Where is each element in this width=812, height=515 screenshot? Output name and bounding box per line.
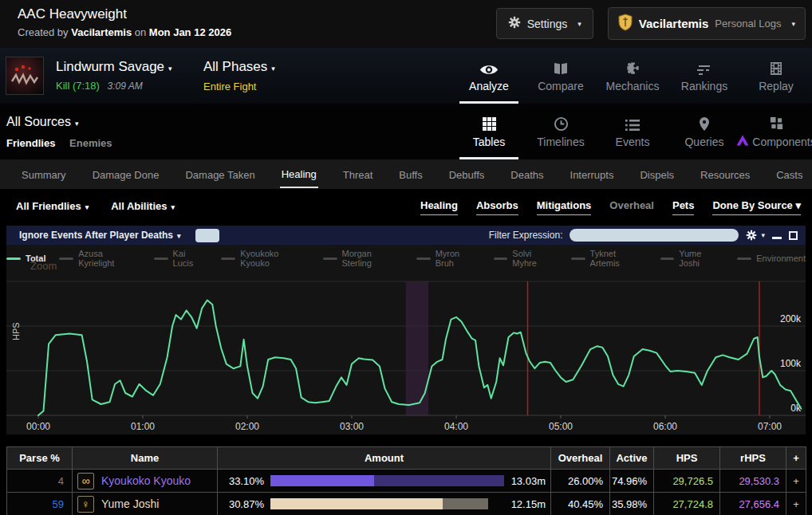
maximize-icon [789,231,798,240]
name-cell: ∞Kyoukoko Kyouko [73,470,218,493]
legend-item-tyknet-artemis[interactable]: Tyknet Artemis [571,249,647,268]
tab-compare[interactable]: Compare [525,48,597,104]
active-value: 35.98% [610,493,654,515]
metric-tab-damage-done[interactable]: Damage Done [91,162,161,187]
film-icon [770,60,782,76]
legend-item-azusa-kyrielight[interactable]: Azusa Kyrielight [59,249,140,268]
name-cell: ♀Yume Joshi [73,493,218,515]
metric-tab-debuffs[interactable]: Debuffs [447,162,487,187]
rhps-value: 27,656.4 [720,493,786,515]
amount-percent: 30.87% [218,498,264,510]
x-tick-label: 02:00 [235,421,259,432]
toggle-mitigations[interactable]: Mitigations [537,199,592,215]
tab-analyze[interactable]: Analyze [453,48,525,104]
friendlies-dropdown[interactable]: All Friendlies▾ [16,200,89,212]
metric-tab-interrupts[interactable]: Interrupts [569,162,616,187]
chevron-down-icon: ▾ [271,65,275,73]
x-tick-label: 04:00 [444,421,468,432]
metric-tab-buffs[interactable]: Buffs [397,162,424,187]
legend-dash-icon [571,258,585,260]
tab-tables[interactable]: Tables [453,104,525,159]
toggle-done-by-source[interactable]: Done By Source ▾ [712,199,801,215]
toggle-absorbs[interactable]: Absorbs [476,199,518,215]
friendlies-link[interactable]: Friendlies [6,137,55,149]
legend-item-yume-joshi[interactable]: Yume Joshi [660,249,724,268]
legend-dash-icon [154,258,168,260]
puzzle-icon [625,60,641,76]
report-subtitle: Created by Vacilartemis on Mon Jan 12 20… [18,26,231,38]
column-header-rhps[interactable]: rHPS [720,447,786,470]
table-row: 59♀Yume Joshi30.87%12.15m40.45%35.98%27,… [7,493,806,515]
legend-item-kai-lucis[interactable]: Kai Lucis [154,249,208,268]
legend-item-kyoukoko-kyouko[interactable]: Kyoukoko Kyouko [221,249,309,268]
abilities-dropdown[interactable]: All Abilities▾ [111,200,175,212]
metric-tab-damage-taken[interactable]: Damage Taken [183,162,256,187]
amount-bar [270,498,488,509]
metric-tab-casts[interactable]: Casts [775,162,804,187]
phase-highlight-band [406,281,428,415]
user-menu-button[interactable]: Vacilartemis Personal Logs ▾ [608,7,806,40]
metric-tab-threat[interactable]: Threat [341,162,375,187]
toggle-healing[interactable]: Healing [420,199,458,215]
amount-value: 12.15m [488,498,546,510]
filter-expression-input[interactable] [570,229,739,242]
metric-tab-deaths[interactable]: Deaths [509,162,545,187]
legend-dash-icon [221,258,235,260]
metric-tab-summary[interactable]: Summary [20,162,68,187]
metric-tab-resources[interactable]: Resources [699,162,751,187]
column-header-hps[interactable]: HPS [654,447,720,470]
report-date: Mon Jan 12 2026 [149,26,231,38]
tab-queries[interactable]: Queries [668,104,740,159]
column-header-amount[interactable]: Amount [218,447,551,470]
parse-value[interactable]: 4 [7,470,73,493]
book-compare-icon [553,60,569,76]
user-name: Vacilartemis [639,17,709,30]
tab-events[interactable]: Events [597,104,668,159]
player-name-link[interactable]: Kyoukoko Kyouko [101,474,191,487]
boss-portrait[interactable] [6,57,44,95]
tab-components[interactable]: Components [740,104,812,159]
expand-row-button[interactable]: + [786,470,806,493]
sources-selector[interactable]: All Sources▾ [6,115,78,129]
enemies-link[interactable]: Enemies [69,137,112,149]
legend-item-morgan-sterling[interactable]: Morgan Sterling [323,249,403,268]
components-logo-icon [736,135,749,148]
hps-line-chart[interactable]: 0k100k200k00:0001:0002:0003:0004:0005:00… [6,245,806,434]
chevron-down-icon: ▾ [168,65,172,73]
tab-mechanics[interactable]: Mechanics [597,48,668,104]
legend-item-environment[interactable]: Environment [737,249,806,268]
parse-value[interactable]: 59 [7,493,73,515]
metric-tab-dispels[interactable]: Dispels [638,162,676,187]
legend-item-myron-bruh[interactable]: Myron Bruh [416,249,480,268]
expand-row-button[interactable]: + [786,493,806,515]
tab-replay[interactable]: Replay [740,48,812,104]
ignore-deaths-select[interactable] [195,229,219,242]
graph-settings-button[interactable]: ▾ [746,230,765,241]
y-tick-label: 200k [780,313,802,324]
ignore-deaths-dropdown[interactable]: Ignore Events After Player Deaths▾ [19,230,181,241]
shield-icon [618,14,633,33]
legend-dash-icon [737,258,751,260]
column-header-name[interactable]: Name [73,447,218,470]
phase-selector[interactable]: All Phases▾ [203,59,275,75]
settings-button[interactable]: Settings ▾ [496,8,593,39]
fight-selector[interactable]: Lindwurm Savage▾ [56,59,172,75]
toggle-pets[interactable]: Pets [672,199,694,215]
column-header-[interactable]: + [786,447,806,470]
tab-rankings[interactable]: Rankings [668,48,740,104]
legend-item-solvi-myhre[interactable]: Solvi Myhre [494,249,558,268]
phase-sub-label: Entire Fight [203,81,256,92]
list-icon [625,116,641,132]
chart-area: 0k100k200k00:0001:0002:0003:0004:0005:00… [6,245,806,434]
toggle-overheal[interactable]: Overheal [609,199,654,214]
metric-tab-healing[interactable]: Healing [280,161,318,188]
tab-timelines[interactable]: Timelines [525,104,597,159]
player-name-link[interactable]: Yume Joshi [101,497,159,510]
maximize-button[interactable] [789,231,798,240]
gear-icon [508,16,521,31]
report-author: Vacilartemis [71,26,132,38]
column-header-overheal[interactable]: Overheal [551,447,610,470]
column-header-active[interactable]: Active [610,447,654,470]
minimize-button[interactable] [772,232,782,239]
column-header-parse[interactable]: Parse % [7,447,73,470]
